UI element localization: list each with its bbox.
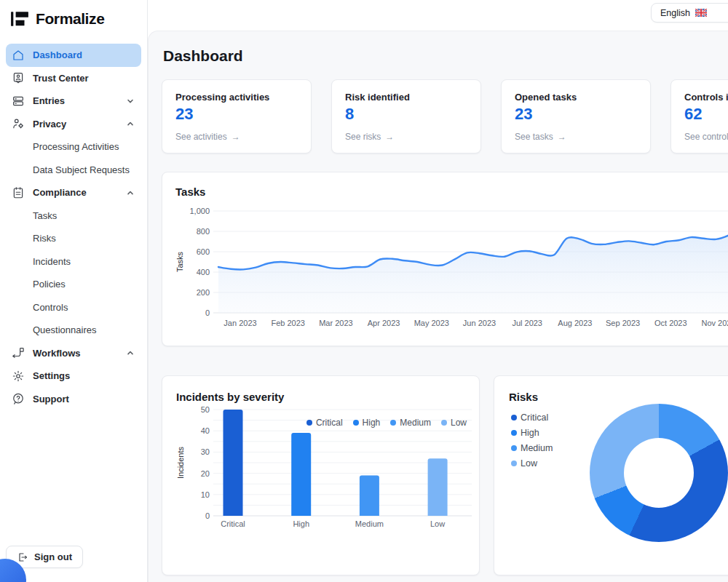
- stat-card-title: Risk identified: [345, 92, 467, 103]
- svg-text:Critical: Critical: [221, 519, 245, 528]
- tasks-line-chart: 02004006008001,000Jan 2023Feb 2023Mar 20…: [175, 198, 728, 335]
- stat-card-link[interactable]: See activities→: [175, 132, 298, 142]
- help-icon: [12, 392, 25, 405]
- sidebar-item-label: Processing Activities: [33, 141, 119, 152]
- sidebar-item-trust-center[interactable]: Trust Center: [6, 67, 141, 90]
- svg-text:High: High: [293, 519, 309, 528]
- sidebar-item-processing-activities[interactable]: Processing Activities: [6, 135, 141, 159]
- sidebar-item-label: Workflows: [33, 348, 81, 359]
- incidents-chart-title: Incidents by severity: [176, 391, 479, 403]
- arrow-right-icon: →: [232, 132, 240, 142]
- stat-card-value: 23: [515, 105, 637, 124]
- svg-text:Mar 2023: Mar 2023: [319, 319, 352, 327]
- svg-text:Jun 2023: Jun 2023: [463, 319, 496, 327]
- sidebar-item-label: Privacy: [33, 119, 66, 129]
- sidebar-item-compliance[interactable]: Compliance: [6, 181, 141, 204]
- svg-text:50: 50: [201, 405, 210, 414]
- tasks-chart-title: Tasks: [175, 186, 728, 198]
- legend-item-low[interactable]: Low: [441, 418, 467, 428]
- logout-icon: [17, 551, 28, 563]
- stat-card-title: Opened tasks: [515, 92, 637, 103]
- svg-text:Aug 2023: Aug 2023: [558, 319, 592, 327]
- sidebar-item-policies[interactable]: Policies: [6, 273, 141, 296]
- svg-text:Apr 2023: Apr 2023: [368, 319, 400, 327]
- sidebar-item-data-subject-requests[interactable]: Data Subject Requests: [6, 159, 141, 182]
- sidebar-item-label: Risks: [33, 233, 56, 244]
- svg-text:40: 40: [201, 426, 210, 435]
- legend-dot-icon: [390, 420, 396, 426]
- stat-card-processing-activities: Processing activities23See activities→: [162, 79, 312, 154]
- stat-card-controls-implemented: Controls implemented62See controls→: [670, 79, 728, 154]
- legend-dot-icon: [511, 430, 517, 436]
- svg-text:30: 30: [201, 447, 210, 456]
- formalize-logo-icon: [10, 9, 29, 28]
- svg-text:Oct 2023: Oct 2023: [654, 319, 687, 327]
- svg-text:800: 800: [197, 227, 210, 236]
- sidebar-item-incidents[interactable]: Incidents: [6, 250, 141, 274]
- id-badge-icon: [12, 71, 25, 84]
- stat-card-risk-identified: Risk identified8See risks→: [331, 79, 481, 154]
- legend-item-high[interactable]: High: [353, 418, 381, 428]
- chevron-up-icon: [126, 119, 135, 128]
- charts-row: Incidents by severity CriticalHighMedium…: [162, 375, 728, 575]
- svg-text:20: 20: [201, 469, 210, 478]
- sidebar-item-settings[interactable]: Settings: [6, 364, 141, 388]
- sidebar-item-questionnaires[interactable]: Questionnaires: [6, 319, 141, 342]
- legend-dot-icon: [353, 420, 359, 426]
- svg-text:Jul 2023: Jul 2023: [512, 319, 542, 327]
- risks-chart-card: Risks CriticalHighMediumLow: [494, 375, 728, 575]
- clipboard-icon: [12, 186, 25, 199]
- stat-card-link[interactable]: See tasks→: [515, 132, 637, 142]
- stat-card-opened-tasks: Opened tasks23See tasks→: [501, 79, 651, 154]
- language-selector-button[interactable]: English: [651, 3, 728, 23]
- logo: Formalize: [0, 0, 147, 28]
- logo-text: Formalize: [36, 10, 104, 28]
- sidebar-item-risks[interactable]: Risks: [6, 227, 141, 250]
- sidebar: Formalize DashboardTrust CenterEntriesPr…: [0, 0, 148, 582]
- chevron-up-icon: [126, 348, 135, 357]
- language-label: English: [660, 8, 690, 18]
- legend-item-critical[interactable]: Critical: [306, 418, 343, 428]
- incidents-legend: CriticalHighMediumLow: [306, 418, 467, 428]
- legend-dot-icon: [511, 461, 517, 466]
- sidebar-item-entries[interactable]: Entries: [6, 89, 141, 113]
- incidents-chart-card: Incidents by severity CriticalHighMedium…: [162, 375, 480, 575]
- svg-text:Tasks: Tasks: [175, 251, 184, 272]
- legend-item-medium[interactable]: Medium: [390, 418, 431, 428]
- stat-card-link[interactable]: See controls→: [684, 132, 728, 142]
- entries-icon: [12, 95, 25, 108]
- sidebar-item-privacy[interactable]: Privacy: [6, 113, 141, 136]
- sidebar-item-controls[interactable]: Controls: [6, 296, 141, 319]
- svg-text:10: 10: [201, 490, 210, 499]
- svg-text:Low: Low: [430, 519, 445, 528]
- sidebar-item-label: Settings: [33, 370, 70, 381]
- svg-text:Nov 2023: Nov 2023: [701, 319, 728, 327]
- legend-dot-icon: [441, 420, 447, 426]
- tasks-chart-card: Tasks 02004006008001,000Jan 2023Feb 2023…: [162, 172, 728, 346]
- chevron-up-icon: [126, 188, 135, 197]
- stat-card-value: 62: [684, 105, 728, 124]
- svg-text:0: 0: [205, 308, 210, 317]
- stat-card-value: 23: [175, 105, 298, 124]
- svg-text:400: 400: [197, 268, 210, 276]
- arrow-right-icon: →: [385, 132, 394, 142]
- sidebar-item-support[interactable]: Support: [6, 388, 141, 411]
- risks-donut-chart: [590, 404, 728, 542]
- svg-text:Sep 2023: Sep 2023: [606, 319, 640, 327]
- risks-chart-title: Risks: [509, 391, 728, 403]
- sign-out-label: Sign out: [34, 551, 72, 562]
- sidebar-item-label: Entries: [33, 95, 65, 106]
- legend-dot-icon: [511, 415, 517, 420]
- svg-text:Feb 2023: Feb 2023: [271, 319, 304, 327]
- stat-card-link[interactable]: See risks→: [345, 132, 467, 142]
- sidebar-item-dashboard[interactable]: Dashboard: [6, 44, 141, 67]
- chevron-down-icon: [126, 97, 135, 105]
- workflow-icon: [12, 346, 25, 359]
- stat-card-title: Controls implemented: [684, 92, 728, 103]
- svg-text:600: 600: [197, 247, 210, 256]
- sidebar-item-workflows[interactable]: Workflows: [6, 342, 141, 365]
- page-title: Dashboard: [163, 47, 728, 65]
- sidebar-item-tasks[interactable]: Tasks: [6, 204, 141, 228]
- svg-text:Jan 2023: Jan 2023: [223, 319, 256, 327]
- home-icon: [12, 49, 25, 62]
